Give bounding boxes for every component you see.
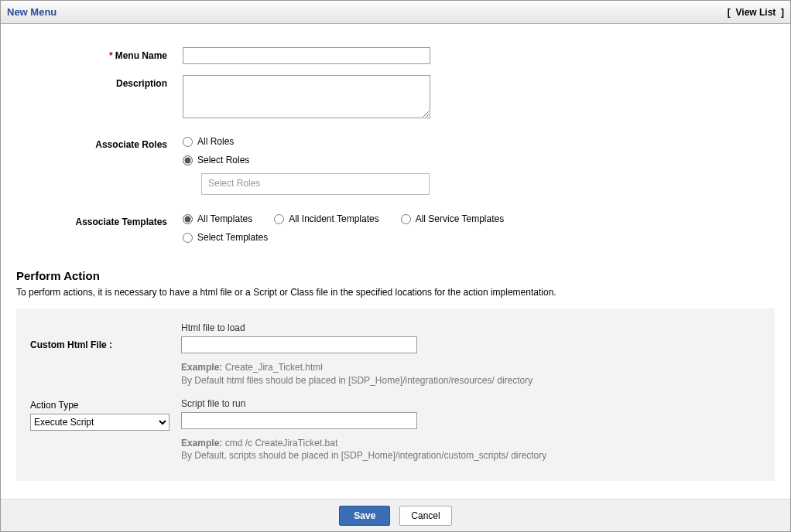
associate-templates-row: Associate Templates All Templates All In… xyxy=(16,213,775,251)
associate-roles-label: Associate Roles xyxy=(16,136,183,150)
form-area: *Menu Name Description Associate Roles A… xyxy=(1,24,790,269)
menu-name-row: *Menu Name xyxy=(16,47,775,64)
select-templates-radio[interactable] xyxy=(183,233,193,243)
menu-name-label: *Menu Name xyxy=(16,47,183,61)
html-file-sublabel: Html file to load xyxy=(181,322,761,333)
all-incident-templates-text: All Incident Templates xyxy=(289,213,379,224)
action-type-select[interactable]: Execute Script xyxy=(30,414,170,431)
all-templates-radio[interactable] xyxy=(183,214,193,224)
cancel-button[interactable]: Cancel xyxy=(399,506,451,526)
all-templates-option: All Templates xyxy=(183,213,252,224)
select-roles-radio[interactable] xyxy=(183,155,193,165)
all-templates-text: All Templates xyxy=(197,213,252,224)
page-container: New Menu [ View List ] *Menu Name Descri… xyxy=(0,0,791,532)
select-roles-text: Select Roles xyxy=(197,155,249,165)
save-button[interactable]: Save xyxy=(339,506,390,526)
description-row: Description xyxy=(16,75,775,121)
menu-name-input[interactable] xyxy=(183,47,430,64)
select-roles-dropdown[interactable]: Select Roles xyxy=(201,173,430,195)
all-roles-option: All Roles xyxy=(183,136,775,147)
perform-action-desc: To perform actions, it is necessary to h… xyxy=(16,287,775,298)
script-file-input[interactable] xyxy=(181,412,417,429)
all-service-templates-radio[interactable] xyxy=(401,214,411,224)
footer-bar: Save Cancel xyxy=(1,499,790,531)
description-label: Description xyxy=(16,75,183,89)
script-file-sublabel: Script file to run xyxy=(181,398,761,409)
page-title: New Menu xyxy=(7,6,56,18)
script-example: Example: cmd /c CreateJiraTicket.bat By … xyxy=(181,437,761,463)
all-service-templates-text: All Service Templates xyxy=(416,213,505,224)
view-list-link[interactable]: [ View List ] xyxy=(728,7,784,18)
select-templates-option: Select Templates xyxy=(183,232,775,243)
select-roles-option: Select Roles xyxy=(183,155,775,165)
custom-html-row: Custom Html File : Html file to load Exa… xyxy=(30,322,761,387)
all-roles-radio[interactable] xyxy=(183,137,193,147)
all-incident-templates-radio[interactable] xyxy=(274,214,284,224)
associate-roles-row: Associate Roles All Roles Select Roles S… xyxy=(16,136,775,195)
action-type-label: Action Type xyxy=(30,400,181,411)
html-file-input[interactable] xyxy=(181,336,417,353)
header-bar: New Menu [ View List ] xyxy=(1,1,790,24)
required-star-icon: * xyxy=(109,50,113,61)
action-type-row: Action Type Execute Script Script file t… xyxy=(30,398,761,463)
html-example: Example: Create_Jira_Ticket.html By Defa… xyxy=(181,361,761,387)
perform-action-section: Perform Action To perform actions, it is… xyxy=(1,269,790,489)
perform-action-title: Perform Action xyxy=(16,269,775,282)
all-roles-text: All Roles xyxy=(197,136,234,147)
select-templates-text: Select Templates xyxy=(197,232,268,243)
all-service-templates-option: All Service Templates xyxy=(401,213,505,224)
all-incident-templates-option: All Incident Templates xyxy=(274,213,379,224)
action-panel: Custom Html File : Html file to load Exa… xyxy=(16,309,775,481)
custom-html-label: Custom Html File : xyxy=(30,322,181,350)
associate-templates-label: Associate Templates xyxy=(16,213,183,227)
description-textarea[interactable] xyxy=(183,75,430,118)
